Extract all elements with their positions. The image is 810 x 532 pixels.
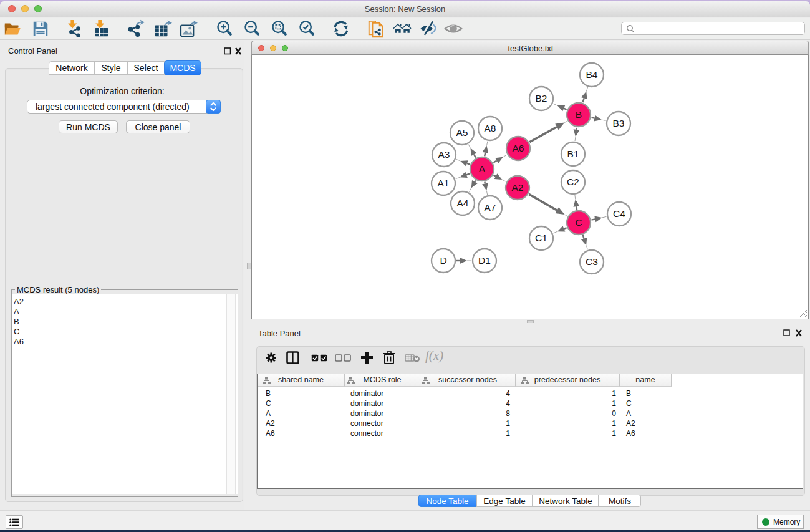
svg-text:C1: C1 bbox=[535, 233, 547, 243]
svg-text:A8: A8 bbox=[485, 123, 496, 133]
svg-text:A: A bbox=[479, 163, 486, 174]
svg-text:C3: C3 bbox=[586, 256, 598, 267]
svg-text:C4: C4 bbox=[613, 208, 625, 219]
svg-text:A1: A1 bbox=[438, 178, 450, 188]
svg-text:A7: A7 bbox=[485, 202, 496, 213]
svg-text:A5: A5 bbox=[456, 127, 468, 138]
svg-text:D: D bbox=[440, 255, 446, 266]
svg-text:B3: B3 bbox=[613, 118, 625, 128]
svg-text:B2: B2 bbox=[536, 93, 547, 104]
svg-text:A4: A4 bbox=[457, 198, 469, 208]
svg-text:C2: C2 bbox=[567, 177, 579, 187]
svg-text:C: C bbox=[575, 217, 582, 228]
svg-text:D1: D1 bbox=[478, 255, 491, 266]
svg-text:A3: A3 bbox=[438, 149, 450, 160]
svg-text:B: B bbox=[576, 109, 582, 120]
svg-text:A6: A6 bbox=[513, 143, 524, 153]
svg-text:B1: B1 bbox=[567, 148, 579, 159]
svg-text:A2: A2 bbox=[512, 182, 524, 193]
svg-text:B4: B4 bbox=[586, 69, 598, 80]
